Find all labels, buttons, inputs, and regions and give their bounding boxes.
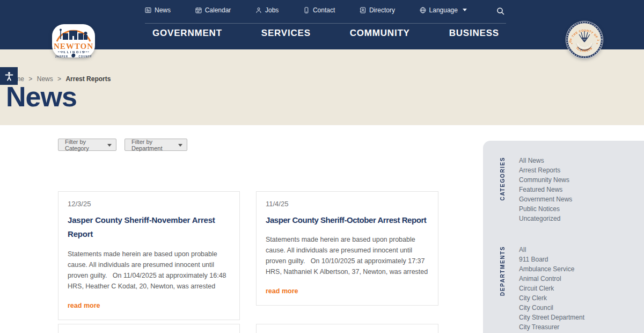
language-menu[interactable]: Language <box>420 6 467 14</box>
article-title-link[interactable]: Jasper County Sheriff-October Arrest Rep… <box>266 213 429 227</box>
news-card: 12/3/25 Jasper County Sheriff-November A… <box>58 191 240 320</box>
filter-category-value: Filter by Category <box>65 139 104 151</box>
logo-state: ILLINOIS <box>61 50 85 54</box>
article-excerpt: Statements made herein are based upon pr… <box>266 234 429 277</box>
nav-community[interactable]: COMMUNITY <box>350 28 410 39</box>
category-community-news[interactable]: Community News <box>519 177 572 186</box>
category-uncategorized[interactable]: Uncategorized <box>519 215 572 225</box>
utility-news-label: News <box>155 6 171 14</box>
news-card: 11/4/25 Jasper County Sheriff-October Ar… <box>256 191 438 306</box>
page: News Calendar Jobs Contact <box>0 0 644 333</box>
main-nav: GOVERNMENT SERVICES COMMUNITY BUSINESS <box>146 28 507 39</box>
utility-jobs-label: Jobs <box>265 6 279 14</box>
news-card-partial <box>256 324 438 333</box>
utility-calendar[interactable]: Calendar <box>195 6 231 14</box>
nav-services[interactable]: SERVICES <box>261 28 311 39</box>
article-date: 12/3/25 <box>68 200 230 208</box>
nav-business[interactable]: BUSINESS <box>449 28 499 39</box>
utility-directory[interactable]: Directory <box>360 6 395 14</box>
news-sidebar: CATEGORIES All News Arrest Reports Commu… <box>483 141 644 333</box>
logo-city-name: NEWTON <box>54 42 93 50</box>
department-911-board[interactable]: 911 Board <box>519 256 584 266</box>
departments-label: DEPARTMENTS <box>500 246 506 296</box>
utility-calendar-label: Calendar <box>205 6 231 14</box>
category-arrest-reports[interactable]: Arrest Reports <box>519 167 572 177</box>
news-filters: Filter by Category Filter by Department <box>58 139 187 151</box>
page-title: News <box>6 81 77 113</box>
accessibility-button[interactable] <box>0 67 18 85</box>
language-label: Language <box>429 6 458 14</box>
filter-department-value: Filter by Department <box>131 139 175 151</box>
department-city-treasurer[interactable]: City Treasurer <box>519 324 584 333</box>
category-government-news[interactable]: Government News <box>519 196 572 206</box>
department-animal-control[interactable]: Animal Control <box>519 276 584 285</box>
utility-jobs[interactable]: Jobs <box>255 6 279 14</box>
globe-icon <box>420 7 426 13</box>
newspaper-icon <box>145 7 151 13</box>
site-logo[interactable]: NEWTON ILLINOIS JASPER COUNTY <box>51 22 96 63</box>
county-seal: SEAL OF THE COUNTY OF JASPER ESTABLISHED… <box>565 20 604 61</box>
calendar-icon <box>195 7 202 13</box>
category-all-news[interactable]: All News <box>519 157 572 167</box>
utility-contact-label: Contact <box>313 6 335 14</box>
article-title-link[interactable]: Jasper County Sheriff-November Arrest Re… <box>68 213 230 242</box>
department-city-clerk[interactable]: City Clerk <box>519 295 584 305</box>
article-date: 11/4/25 <box>266 200 429 208</box>
categories-label: CATEGORIES <box>500 157 506 200</box>
filter-department-select[interactable]: Filter by Department <box>125 139 187 151</box>
department-city-council[interactable]: City Council <box>519 305 584 314</box>
article-excerpt: Statements made herein are based upon pr… <box>68 249 230 292</box>
category-featured-news[interactable]: Featured News <box>519 186 572 196</box>
search-button[interactable] <box>495 5 507 17</box>
accessibility-icon <box>4 71 14 82</box>
logo-county-right: COUNTY <box>79 55 92 58</box>
read-more-link[interactable]: read more <box>266 287 298 295</box>
utility-contact[interactable]: Contact <box>303 6 335 14</box>
department-all[interactable]: All <box>519 247 584 256</box>
news-card-partial <box>58 324 240 333</box>
departments-list: All 911 Board Ambulance Service Animal C… <box>519 247 584 333</box>
utility-nav: News Calendar Jobs Contact <box>145 6 467 14</box>
logo-county-left: JASPER <box>55 55 68 58</box>
county-seal-image: SEAL OF THE COUNTY OF JASPER ESTABLISHED… <box>565 20 604 59</box>
site-header: News Calendar Jobs Contact <box>0 0 644 49</box>
read-more-link[interactable]: read more <box>68 302 100 309</box>
chevron-down-icon <box>463 9 467 12</box>
department-city-street-department[interactable]: City Street Department <box>519 314 584 324</box>
categories-list: All News Arrest Reports Community News F… <box>519 157 572 225</box>
page-hero: Home > News > Arrest Reports News <box>0 49 644 125</box>
person-icon <box>255 7 262 13</box>
department-circuit-clerk[interactable]: Circuit Clerk <box>519 285 584 295</box>
utility-directory-label: Directory <box>369 6 395 14</box>
directory-icon <box>360 7 366 13</box>
filter-category-select[interactable]: Filter by Category <box>58 139 116 151</box>
utility-divider <box>145 23 506 24</box>
phone-icon <box>303 7 310 13</box>
category-public-notices[interactable]: Public Notices <box>519 206 572 215</box>
newton-logo-badge: NEWTON ILLINOIS JASPER COUNTY <box>51 22 96 61</box>
search-icon <box>496 7 505 16</box>
department-ambulance-service[interactable]: Ambulance Service <box>519 266 584 276</box>
utility-news[interactable]: News <box>145 6 171 14</box>
nav-government[interactable]: GOVERNMENT <box>152 28 222 39</box>
